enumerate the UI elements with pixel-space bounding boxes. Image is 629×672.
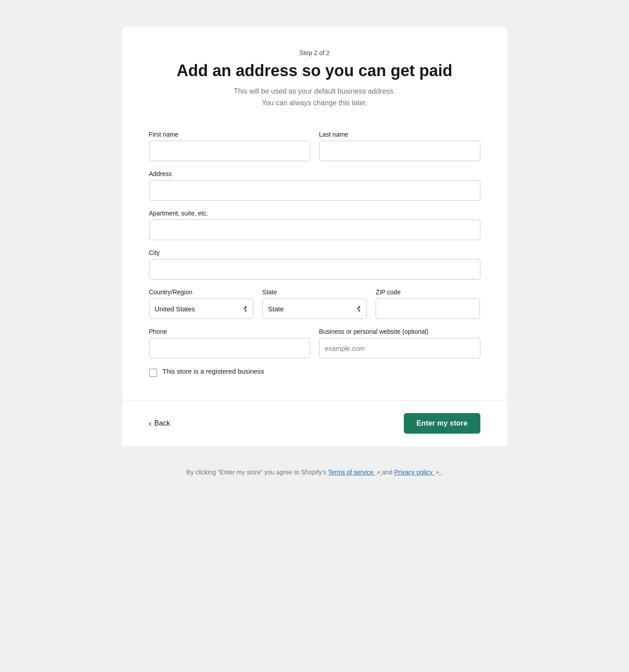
header-section: Step 2 of 2 Add an address so you can ge… [149, 49, 480, 108]
back-button[interactable]: ‹ Back [149, 419, 171, 427]
phone-group: Phone [149, 328, 310, 358]
phone-website-row: Phone Business or personal website (opti… [149, 328, 480, 358]
page-subtitle-line1: This will be used as your default busine… [149, 86, 480, 97]
city-group: City [149, 249, 480, 280]
legal-middle: and [382, 469, 392, 476]
state-select[interactable]: State Alabama Alaska Arizona California … [262, 298, 367, 319]
back-chevron-icon: ‹ [149, 419, 152, 427]
legal-prefix: By clicking “Enter my store” you agree t… [186, 469, 326, 476]
apt-row: Apartment, suite, etc. [149, 210, 480, 240]
registered-business-checkbox[interactable] [149, 369, 157, 377]
phone-input[interactable] [149, 338, 310, 358]
country-select[interactable]: United States Canada United Kingdom Aust… [149, 298, 253, 319]
address-input[interactable] [149, 180, 480, 201]
phone-label: Phone [149, 328, 310, 335]
address-group: Address [149, 170, 480, 201]
privacy-link[interactable]: Privacy policy ↗ [394, 469, 441, 476]
enter-store-button[interactable]: Enter my store [404, 413, 480, 434]
legal-suffix: . [441, 469, 443, 476]
country-group: Country/Region United States Canada Unit… [149, 289, 253, 319]
address-form: First name Last name Address Apartment, … [149, 131, 480, 378]
address-label: Address [149, 170, 480, 177]
website-input[interactable] [319, 338, 480, 358]
first-name-group: First name [149, 131, 310, 161]
privacy-external-icon: ↗ [435, 470, 439, 476]
apt-label: Apartment, suite, etc. [149, 210, 480, 217]
country-select-wrapper: United States Canada United Kingdom Aust… [149, 298, 253, 319]
city-label: City [149, 249, 480, 256]
city-row: City [149, 249, 480, 280]
last-name-input[interactable] [319, 141, 480, 161]
zip-label: ZIP code [376, 289, 480, 296]
terms-external-icon: ↗ [376, 470, 380, 476]
zip-group: ZIP code [376, 289, 480, 319]
privacy-label: Privacy policy [394, 469, 432, 476]
first-name-label: First name [149, 131, 310, 138]
country-state-zip-row: Country/Region United States Canada Unit… [149, 289, 480, 319]
last-name-group: Last name [319, 131, 480, 161]
city-input[interactable] [149, 259, 480, 280]
first-name-input[interactable] [149, 141, 310, 161]
page-title: Add an address so you can get paid [149, 61, 480, 80]
terms-label: Terms of service [328, 469, 373, 476]
state-label: State [262, 289, 367, 296]
apt-group: Apartment, suite, etc. [149, 210, 480, 240]
zip-input[interactable] [376, 298, 480, 319]
last-name-label: Last name [319, 131, 480, 138]
legal-footer: By clicking “Enter my store” you agree t… [186, 469, 442, 476]
terms-link[interactable]: Terms of service ↗ [328, 469, 382, 476]
state-group: State State Alabama Alaska Arizona Calif… [262, 289, 367, 319]
page-subtitle-line2: You can always change this later. [149, 97, 480, 109]
state-select-wrapper: State Alabama Alaska Arizona California … [262, 298, 367, 319]
website-group: Business or personal website (optional) [319, 328, 480, 358]
apt-input[interactable] [149, 220, 480, 240]
name-row: First name Last name [149, 131, 480, 161]
back-label: Back [154, 419, 171, 427]
registered-business-row: This store is a registered business [149, 367, 480, 378]
address-row: Address [149, 170, 480, 201]
website-label: Business or personal website (optional) [319, 328, 480, 335]
step-label: Step 2 of 2 [149, 49, 480, 56]
main-card: Step 2 of 2 Add an address so you can ge… [122, 27, 507, 400]
registered-business-label[interactable]: This store is a registered business [163, 367, 265, 375]
footer-bar: ‹ Back Enter my store [122, 400, 507, 446]
country-label: Country/Region [149, 289, 253, 296]
